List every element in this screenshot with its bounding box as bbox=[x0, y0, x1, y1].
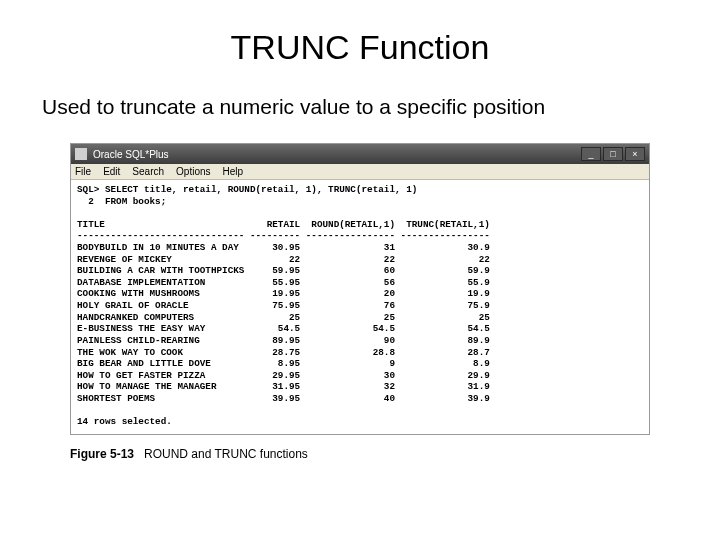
app-icon bbox=[75, 148, 87, 160]
slide-title: TRUNC Function bbox=[0, 28, 720, 67]
minimize-button[interactable]: _ bbox=[581, 147, 601, 161]
window-title: Oracle SQL*Plus bbox=[93, 149, 169, 160]
slide-description: Used to truncate a numeric value to a sp… bbox=[42, 95, 720, 119]
terminal-output: SQL> SELECT title, retail, ROUND(retail,… bbox=[71, 180, 649, 434]
close-button[interactable]: × bbox=[625, 147, 645, 161]
figure-number: Figure 5-13 bbox=[70, 447, 134, 461]
menu-search[interactable]: Search bbox=[132, 166, 164, 177]
menu-help[interactable]: Help bbox=[223, 166, 244, 177]
menu-edit[interactable]: Edit bbox=[103, 166, 120, 177]
titlebar: Oracle SQL*Plus _ □ × bbox=[71, 144, 649, 164]
menu-file[interactable]: File bbox=[75, 166, 91, 177]
sqlplus-window: Oracle SQL*Plus _ □ × File Edit Search O… bbox=[70, 143, 650, 435]
maximize-button[interactable]: □ bbox=[603, 147, 623, 161]
menu-options[interactable]: Options bbox=[176, 166, 210, 177]
menubar: File Edit Search Options Help bbox=[71, 164, 649, 180]
figure-caption: Figure 5-13ROUND and TRUNC functions bbox=[70, 447, 720, 461]
figure-text: ROUND and TRUNC functions bbox=[144, 447, 308, 461]
